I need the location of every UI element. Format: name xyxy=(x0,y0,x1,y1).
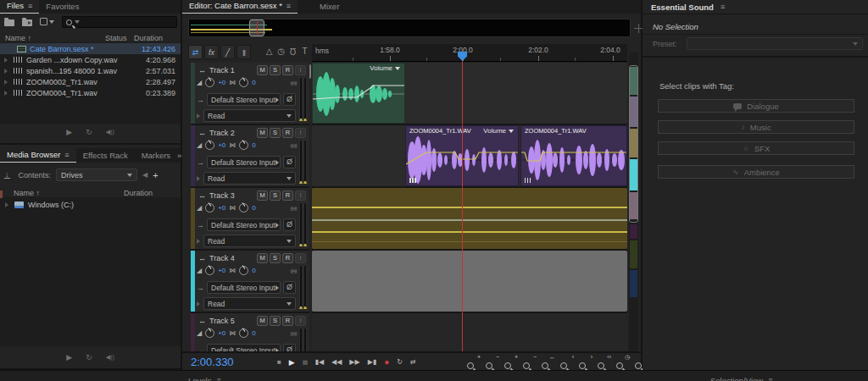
timeline-ruler[interactable]: hms 1:58.0 2:00.0 2:02.0 2:04.0 xyxy=(312,44,627,62)
tag-dialogue-button[interactable]: Dialogue xyxy=(658,99,854,113)
tab-editor[interactable]: Editor: Cate Barron.sesx * ≡ xyxy=(182,0,298,14)
media-type-icon[interactable] xyxy=(40,18,54,25)
playhead-line[interactable] xyxy=(462,52,463,351)
selection-view-panel-tab[interactable]: Selection/View≡ xyxy=(710,376,772,381)
track-header[interactable]: ↔ Track 5 MSRI ◢+0 ⋈0 ((•)) → Default St… xyxy=(191,313,309,351)
automation-selector[interactable]: Read xyxy=(203,109,296,122)
zoom-in-time-button[interactable]: + xyxy=(504,357,515,367)
clip-gain-icon[interactable] xyxy=(409,178,416,183)
monitor-icon[interactable]: ((•)) xyxy=(290,80,297,86)
clip-gain-icon[interactable] xyxy=(525,178,531,183)
tab-media-browser[interactable]: Media Browser ≡ xyxy=(0,148,76,163)
mute-button[interactable]: M xyxy=(257,65,268,75)
gain-value[interactable]: +0 xyxy=(218,267,225,274)
tracks-scrollbar[interactable] xyxy=(629,52,638,351)
zoom-out-amplitude-button[interactable]: − xyxy=(486,357,496,367)
panel-menu-icon[interactable]: ≡ xyxy=(721,3,725,11)
record-arm-button[interactable]: R xyxy=(282,65,293,75)
pan-knob[interactable] xyxy=(239,203,248,213)
gain-value[interactable]: +0 xyxy=(218,79,225,86)
skip-selection-button[interactable]: ⇄ xyxy=(410,358,416,366)
zoom-in-amplitude-button[interactable]: + xyxy=(467,357,477,367)
track-name[interactable]: Track 4 xyxy=(209,254,235,262)
track-lane[interactable] xyxy=(312,251,627,313)
timeline-lanes[interactable]: Volume xyxy=(312,63,627,351)
mute-button[interactable]: M xyxy=(257,128,268,138)
input-selector[interactable]: Default Stereo Input xyxy=(207,218,281,231)
solo-button[interactable]: S xyxy=(270,190,281,201)
phase-button[interactable]: Ø xyxy=(283,344,296,351)
audio-clip[interactable] xyxy=(312,251,627,312)
back-arrow-icon[interactable]: ◀ xyxy=(142,171,147,179)
record-arm-button[interactable]: R xyxy=(282,253,293,263)
gain-value[interactable]: +0 xyxy=(218,141,225,149)
record-arm-button[interactable]: R xyxy=(282,316,293,326)
zoom-to-selection-button[interactable]: ‹› xyxy=(598,357,608,367)
snap-icon[interactable]: △ xyxy=(264,47,274,56)
razor-tool-button[interactable]: ╱ xyxy=(220,45,235,59)
pan-knob[interactable] xyxy=(239,141,248,150)
navigator-range-handle[interactable] xyxy=(249,19,264,36)
track-lane[interactable] xyxy=(312,188,627,251)
loop-playback-button[interactable]: ↻ xyxy=(397,358,403,366)
panel-menu-icon[interactable]: ≡ xyxy=(287,2,291,10)
input-monitor-button[interactable]: I xyxy=(295,190,306,201)
automation-selector[interactable]: Read xyxy=(203,235,296,247)
phase-button[interactable]: Ø xyxy=(283,218,296,231)
preview-play-button[interactable]: ▶ xyxy=(66,128,72,136)
expander-icon[interactable] xyxy=(197,239,200,244)
pan-value[interactable]: 0 xyxy=(252,79,255,86)
input-monitor-button[interactable]: I xyxy=(295,316,306,326)
pan-value[interactable]: 0 xyxy=(252,141,255,149)
track-header[interactable]: ↔ Track 4 MSRI ◢+0 ⋈0 ((•)) → Default St… xyxy=(191,251,309,313)
automation-selector[interactable]: Read xyxy=(203,172,296,185)
preview-loop-button[interactable]: ↻ xyxy=(86,128,92,136)
file-row[interactable]: Garden ...xdown Copy.wav 4:20.968 xyxy=(0,54,181,65)
track-header[interactable]: ↔ Track 1 MSRI ◢+0 ⋈0 ((•)) → Default St… xyxy=(191,63,309,125)
expander-icon[interactable] xyxy=(4,80,8,85)
col-name[interactable]: Name xyxy=(14,189,34,197)
expander-icon[interactable] xyxy=(197,301,200,306)
time-display[interactable]: 2:00.330 xyxy=(191,356,234,368)
fx-button[interactable]: fx xyxy=(204,45,219,59)
pause-button[interactable]: ▮▮ xyxy=(303,359,308,366)
mute-button[interactable]: M xyxy=(257,253,268,263)
gain-knob[interactable] xyxy=(205,141,214,150)
tag-ambience-button[interactable]: ∿ Ambience xyxy=(658,165,854,179)
monitor-icon[interactable]: ((•)) xyxy=(290,206,297,211)
contents-dropdown[interactable]: Drives xyxy=(56,168,137,181)
clip-volume-label[interactable]: Volume xyxy=(483,127,514,135)
preview-play-button[interactable]: ▶ xyxy=(66,353,72,362)
audio-clip[interactable]: Volume xyxy=(312,63,405,124)
audio-clip[interactable] xyxy=(312,188,627,249)
gain-value[interactable]: +0 xyxy=(218,329,225,337)
zoom-full-button[interactable]: ↔ xyxy=(542,357,552,367)
file-row[interactable]: spanish...195 48000 1.wav 2:57.031 xyxy=(0,65,181,76)
auto-play-speaker-icon[interactable]: ◀)) xyxy=(106,354,114,361)
magnet-icon[interactable]: Ω xyxy=(288,47,298,56)
track-lane[interactable]: ZOOM0004_Tr1.WAV Volume xyxy=(312,125,627,188)
preview-loop-button[interactable]: ↻ xyxy=(86,353,92,362)
rewind-button[interactable]: ◀◀ xyxy=(331,358,342,366)
solo-button[interactable]: S xyxy=(270,65,281,75)
audio-clip[interactable]: ZOOM0004_Tr1.WAV xyxy=(520,125,627,186)
tab-effects-rack[interactable]: Effects Rack xyxy=(76,149,135,163)
col-status[interactable]: Status xyxy=(105,34,127,42)
tab-markers[interactable]: Markers xyxy=(135,149,177,163)
expander-icon[interactable] xyxy=(197,113,200,119)
import-icon[interactable]: ↓ xyxy=(4,171,10,179)
col-name[interactable]: Name xyxy=(5,34,25,42)
fast-forward-button[interactable]: ▶▶ xyxy=(349,358,359,366)
pan-knob[interactable] xyxy=(239,266,248,275)
pan-value[interactable]: 0 xyxy=(252,329,255,337)
gain-knob[interactable] xyxy=(205,78,214,87)
file-row[interactable]: Cate Barron.sesx * 12:43.426 xyxy=(0,43,181,54)
tag-music-button[interactable]: ♪ Music xyxy=(658,120,854,134)
input-selector[interactable]: Default Stereo Input xyxy=(207,156,281,168)
metronome-icon[interactable]: ◷ xyxy=(276,47,286,56)
track-lane[interactable]: Volume xyxy=(312,63,627,125)
panel-menu-icon[interactable]: ≡ xyxy=(64,151,69,159)
file-row[interactable]: ZOOM0004_Tr1.wav 0:23.389 xyxy=(0,87,181,98)
pan-value[interactable]: 0 xyxy=(252,267,255,274)
open-folder-icon[interactable] xyxy=(4,19,14,26)
